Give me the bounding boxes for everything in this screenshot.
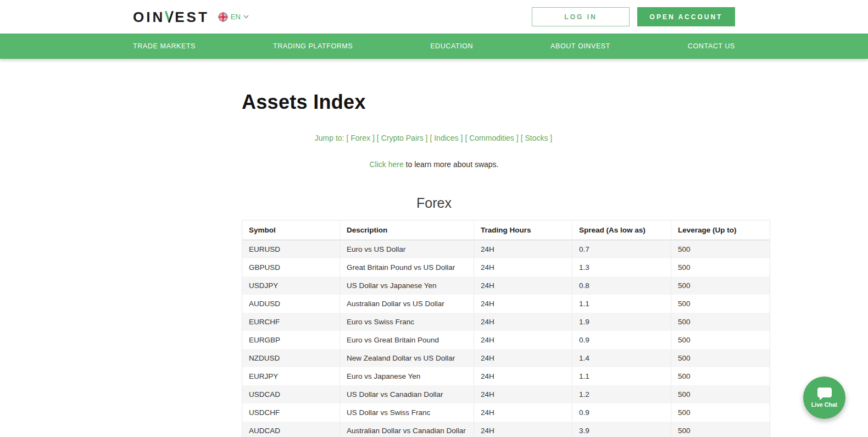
table-header-cell: Trading Hours xyxy=(474,220,572,240)
nav-item[interactable]: TRADING PLATFORMS xyxy=(273,42,353,50)
table-row: EURJPY Euro vs Japanese Yen 24H 1.1 500 xyxy=(242,367,770,385)
cell-spread: 1.1 xyxy=(572,367,671,385)
cell-leverage: 500 xyxy=(671,295,770,313)
nav-item[interactable]: ABOUT OINVEST xyxy=(550,42,610,50)
live-chat-label: Live Chat xyxy=(811,401,837,408)
nav-item[interactable]: TRADE MARKETS xyxy=(133,42,196,50)
page-title: Assets Index xyxy=(242,91,868,114)
forex-table-body: EURUSD Euro vs US Dollar 24H 0.7 500 GBP… xyxy=(242,240,770,437)
cell-spread: 1.1 xyxy=(572,295,671,313)
cell-symbol: AUDCAD xyxy=(242,422,340,437)
open-account-button[interactable]: OPEN ACCOUNT xyxy=(637,7,735,26)
cell-spread: 1.3 xyxy=(572,258,671,276)
cell-trading-hours: 24H xyxy=(474,258,572,276)
cell-description: Euro vs Great Britain Pound xyxy=(340,331,474,349)
table-row: AUDUSD Australian Dollar vs US Dollar 24… xyxy=(242,295,770,313)
top-header-inner: OIN EST EN xyxy=(133,7,735,26)
cell-trading-hours: 24H xyxy=(474,295,572,313)
jump-links: [ Forex ][ Crypto Pairs ][ Indices ][ Co… xyxy=(346,134,554,142)
jump-to-label: Jump to: xyxy=(315,134,344,142)
logo-text-oin: OIN xyxy=(133,10,165,24)
cell-description: New Zealand Dollar vs US Dollar xyxy=(340,349,474,367)
cell-leverage: 500 xyxy=(671,331,770,349)
cell-trading-hours: 24H xyxy=(474,313,572,331)
cell-symbol: EURGBP xyxy=(242,331,340,349)
cell-symbol: AUDUSD xyxy=(242,295,340,313)
cell-leverage: 500 xyxy=(671,240,770,258)
chat-bubble-icon xyxy=(817,388,832,397)
forex-section-title: Forex xyxy=(0,195,868,211)
cell-description: Great Britain Pound vs US Dollar xyxy=(340,258,474,276)
cell-trading-hours: 24H xyxy=(474,403,572,422)
jump-link[interactable]: [ Stocks ] xyxy=(521,134,553,142)
live-chat-button[interactable]: Live Chat xyxy=(803,377,845,419)
cell-symbol: EURJPY xyxy=(242,367,340,385)
oinvest-logo[interactable]: OIN EST xyxy=(133,10,209,24)
table-row: USDJPY US Dollar vs Japanese Yen 24H 0.8… xyxy=(242,276,770,295)
table-header-cell: Spread (As low as) xyxy=(572,220,671,240)
cell-spread: 1.2 xyxy=(572,385,671,403)
table-row: NZDUSD New Zealand Dollar vs US Dollar 2… xyxy=(242,349,770,367)
cell-symbol: USDJPY xyxy=(242,276,340,295)
table-row: AUDCAD Australian Dollar vs Canadian Dol… xyxy=(242,422,770,437)
cell-description: US Dollar vs Canadian Dollar xyxy=(340,385,474,403)
swaps-note: Click here to learn more about swaps. xyxy=(0,160,868,169)
cell-spread: 0.9 xyxy=(572,403,671,422)
cell-leverage: 500 xyxy=(671,349,770,367)
cell-spread: 0.7 xyxy=(572,240,671,258)
table-row: EURGBP Euro vs Great Britain Pound 24H 0… xyxy=(242,331,770,349)
cell-symbol: EURCHF xyxy=(242,313,340,331)
cell-symbol: USDCHF xyxy=(242,403,340,422)
cell-spread: 1.9 xyxy=(572,313,671,331)
cell-trading-hours: 24H xyxy=(474,422,572,437)
nav-item[interactable]: CONTACT US xyxy=(688,42,735,50)
cell-description: Euro vs Japanese Yen xyxy=(340,367,474,385)
cell-trading-hours: 24H xyxy=(474,367,572,385)
table-row: GBPUSD Great Britain Pound vs US Dollar … xyxy=(242,258,770,276)
jump-link[interactable]: [ Crypto Pairs ] xyxy=(377,134,428,142)
uk-flag-icon xyxy=(218,12,228,22)
forex-table-header: Symbol Description Trading Hours Spread … xyxy=(242,220,770,240)
cell-leverage: 500 xyxy=(671,313,770,331)
jump-to-row: Jump to:[ Forex ][ Crypto Pairs ][ Indic… xyxy=(0,134,868,142)
swaps-note-text: to learn more about swaps. xyxy=(404,160,499,169)
language-selector[interactable]: EN xyxy=(218,12,249,22)
cell-description: US Dollar vs Swiss Franc xyxy=(340,403,474,422)
top-header: OIN EST EN xyxy=(0,0,868,34)
cell-leverage: 500 xyxy=(671,258,770,276)
cell-symbol: NZDUSD xyxy=(242,349,340,367)
cell-spread: 1.4 xyxy=(572,349,671,367)
jump-link[interactable]: [ Indices ] xyxy=(430,134,463,142)
login-button[interactable]: LOG IN xyxy=(532,7,630,26)
language-code: EN xyxy=(231,13,241,21)
cell-description: Australian Dollar vs Canadian Dollar xyxy=(340,422,474,437)
cell-spread: 0.8 xyxy=(572,276,671,295)
cell-trading-hours: 24H xyxy=(474,240,572,258)
table-header-cell: Leverage (Up to) xyxy=(671,220,770,240)
table-header-cell: Description xyxy=(340,220,474,240)
swaps-link[interactable]: Click here xyxy=(369,160,403,169)
nav-item[interactable]: EDUCATION xyxy=(430,42,473,50)
cell-symbol: USDCAD xyxy=(242,385,340,403)
logo-v-mark xyxy=(164,11,174,23)
logo-text-est: EST xyxy=(175,10,209,24)
table-header-cell: Symbol xyxy=(242,220,340,240)
cell-description: Australian Dollar vs US Dollar xyxy=(340,295,474,313)
cell-leverage: 500 xyxy=(671,403,770,422)
cell-symbol: GBPUSD xyxy=(242,258,340,276)
main-nav-items: TRADE MARKETS TRADING PLATFORMS EDUCATIO… xyxy=(133,34,735,59)
jump-link[interactable]: [ Commodities ] xyxy=(465,134,518,142)
cell-trading-hours: 24H xyxy=(474,385,572,403)
table-row: EURCHF Euro vs Swiss Franc 24H 1.9 500 xyxy=(242,313,770,331)
cell-description: Euro vs US Dollar xyxy=(340,240,474,258)
cell-trading-hours: 24H xyxy=(474,349,572,367)
forex-table: Symbol Description Trading Hours Spread … xyxy=(242,220,770,437)
main-content: Assets Index Jump to:[ Forex ][ Crypto P… xyxy=(0,59,868,437)
cell-leverage: 500 xyxy=(671,422,770,437)
cell-spread: 3.9 xyxy=(572,422,671,437)
cell-spread: 0.9 xyxy=(572,331,671,349)
cell-leverage: 500 xyxy=(671,276,770,295)
jump-link[interactable]: [ Forex ] xyxy=(347,134,375,142)
chevron-down-icon xyxy=(243,15,249,19)
cell-description: US Dollar vs Japanese Yen xyxy=(340,276,474,295)
